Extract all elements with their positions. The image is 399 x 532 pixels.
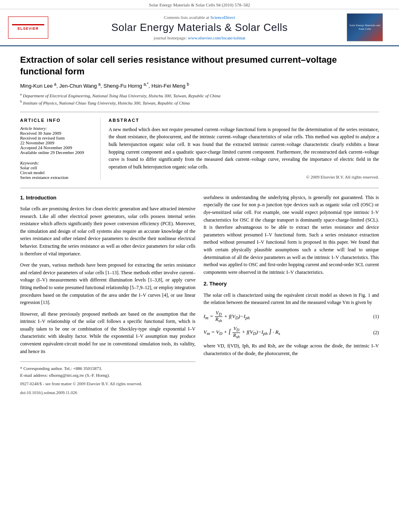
article-info-panel: ARTICLE INFO Article history: Received 3… bbox=[20, 118, 101, 180]
elsevier-logo: ELSEVIER bbox=[8, 16, 48, 39]
keywords-label: Keywords: bbox=[20, 160, 94, 165]
revised-date: 22 November 2009 bbox=[20, 140, 54, 145]
intro-para-right1: usefulness in understanding the underlyi… bbox=[204, 194, 379, 276]
authors-line: Ming-Kun Lee a, Jen-Chun Wang a, Sheng-F… bbox=[20, 82, 379, 89]
copyright-notice: © 2009 Elsevier B.V. All rights reserved… bbox=[109, 175, 379, 179]
article-title: Extraction of solar cell series resistan… bbox=[20, 54, 379, 77]
keyword-2: Circuit model bbox=[20, 170, 94, 175]
affiliations: a Department of Electrical Engineering, … bbox=[20, 92, 379, 106]
journal-header: ELSEVIER Contents lists available at Sci… bbox=[0, 9, 399, 46]
intro-para2: Over the years, various methods have bee… bbox=[20, 261, 195, 306]
online-date: Available online 29 December 2009 bbox=[20, 150, 84, 155]
intro-para1: Solar cells are promising devices for cl… bbox=[20, 205, 195, 257]
contents-label: Contents lists available at bbox=[164, 15, 209, 20]
header-right: Solar Energy Materials and Solar Cells bbox=[347, 13, 391, 41]
equation-2: Vm = VD + [ VD Rsh + f(VD)−Iph ] · Rs (2… bbox=[204, 326, 379, 339]
eq2-denominator: Rsh bbox=[232, 333, 241, 339]
para-after-equations: where VD, f(VD), Iph, Rs and Rsh, are th… bbox=[204, 342, 379, 357]
divider bbox=[20, 112, 379, 112]
abstract-title: ABSTRACT bbox=[109, 118, 379, 123]
keyword-1: Solar cell bbox=[20, 165, 94, 170]
section2-heading: 2. Theory bbox=[204, 280, 379, 288]
intro-para3: However, all these previously proposed m… bbox=[20, 310, 195, 355]
section-divider bbox=[20, 188, 379, 188]
revised-label: Received in revised form bbox=[20, 136, 65, 140]
license-text: 0927-0248/$ - see front matter © 2009 El… bbox=[20, 381, 195, 387]
sciencedirect-link[interactable]: ScienceDirect bbox=[210, 15, 235, 20]
theory-para1: The solar cell is characterized using th… bbox=[204, 292, 379, 306]
header-center: Contents lists available at ScienceDirec… bbox=[52, 15, 347, 40]
section1-heading: 1. Introduction bbox=[20, 194, 195, 202]
left-column: 1. Introduction Solar cells are promisin… bbox=[20, 194, 195, 396]
abstract-text: A new method which does not require pres… bbox=[109, 126, 379, 171]
history-label: Article history: bbox=[20, 126, 94, 131]
corresponding-note: * Corresponding author. Tel.: +886 35015… bbox=[20, 365, 195, 372]
doi-text: doi:10.1016/j.solmat.2009.11.026 bbox=[20, 390, 195, 396]
homepage-url[interactable]: www.elsevier.com/locate/solmat bbox=[188, 35, 245, 40]
footer-notes: * Corresponding author. Tel.: +886 35015… bbox=[20, 362, 195, 396]
keyword-3: Series resistance extraction bbox=[20, 175, 94, 180]
email-note: E-mail address: sfhorng@itri.org.tw (S.-… bbox=[20, 372, 195, 379]
journal-thumbnail: Solar Energy Materials and Solar Cells bbox=[347, 13, 383, 41]
right-column: usefulness in understanding the underlyi… bbox=[204, 194, 379, 396]
received-date: Received 30 June 2009 bbox=[20, 131, 61, 136]
equation-2-content: Vm = VD + [ VD Rsh + f(VD)−Iph ] · Rs bbox=[204, 326, 367, 339]
accepted-date: Accepted 24 November 2009 bbox=[20, 145, 72, 150]
article-info-title: ARTICLE INFO bbox=[20, 118, 94, 123]
eq2-number: (2) bbox=[367, 329, 379, 337]
journal-homepage: journal homepage: www.elsevier.com/locat… bbox=[52, 35, 347, 40]
keywords-section: Keywords: Solar cell Circuit model Serie… bbox=[20, 160, 94, 180]
eq2-frac: VD Rsh bbox=[232, 326, 241, 339]
abstract-panel: ABSTRACT A new method which does not req… bbox=[109, 118, 379, 180]
journal-citation: Solar Energy Materials & Solar Cells 94 … bbox=[149, 2, 250, 7]
eq1-rhs: f bbox=[229, 313, 230, 319]
eq1-number: (1) bbox=[367, 313, 379, 320]
equation-1-content: Im = VD Rsh + f(VD)−Iph bbox=[204, 310, 367, 323]
eq1-frac: VD Rsh bbox=[214, 310, 222, 323]
header-left: ELSEVIER bbox=[8, 16, 52, 39]
eq1-numerator: VD bbox=[215, 310, 222, 317]
top-bar: Solar Energy Materials & Solar Cells 94 … bbox=[0, 0, 399, 9]
sciencedirect-notice: Contents lists available at ScienceDirec… bbox=[52, 15, 347, 20]
equation-1: Im = VD Rsh + f(VD)−Iph (1) bbox=[204, 310, 379, 323]
two-column-body: 1. Introduction Solar cells are promisin… bbox=[20, 194, 379, 396]
article-body: Extraction of solar cell series resistan… bbox=[0, 46, 399, 404]
eq1-denominator: Rsh bbox=[214, 317, 222, 323]
journal-title: Solar Energy Materials & Solar Cells bbox=[52, 21, 347, 34]
homepage-label: journal homepage: bbox=[154, 35, 187, 40]
eq2-numerator: VD bbox=[232, 326, 240, 333]
info-abstract-section: ARTICLE INFO Article history: Received 3… bbox=[20, 118, 379, 180]
